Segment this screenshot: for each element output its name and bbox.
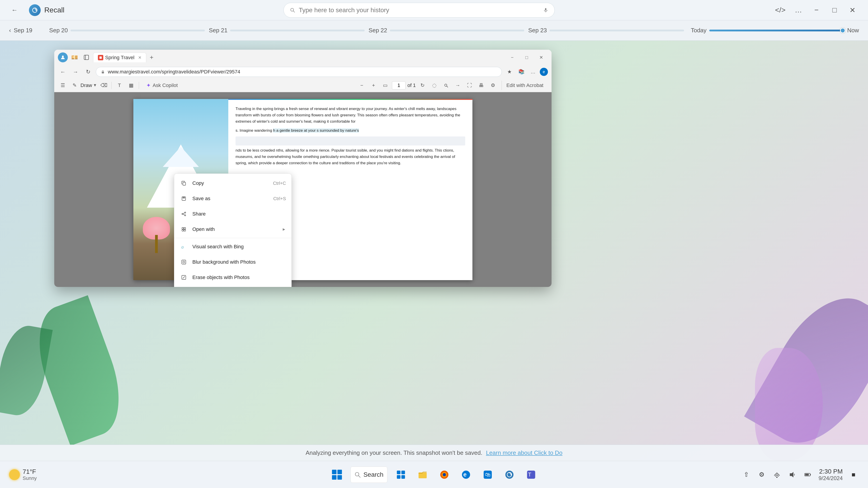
tab-close-button[interactable]: ✕ (138, 55, 142, 60)
taskbar-left: 71°F Sunny (9, 468, 37, 481)
new-tab-button[interactable]: + (147, 53, 156, 62)
edge-icon-button[interactable]: e (540, 68, 548, 76)
pdf-settings-button[interactable]: ⚙ (488, 80, 498, 90)
volume-icon[interactable] (787, 469, 798, 480)
ctx-blur-bg[interactable]: Blur background with Photos (174, 254, 291, 270)
browser-close-button[interactable]: ✕ (534, 53, 548, 62)
pdf-search-button[interactable] (441, 80, 451, 90)
favorites-button[interactable]: ★ (504, 67, 515, 77)
back-button[interactable]: ← (58, 67, 68, 77)
svg-line-3 (293, 11, 295, 12)
share-icon (180, 210, 188, 218)
ctx-visual-search[interactable]: ⌕ Visual search with Bing (174, 239, 291, 254)
pdf-zoom-in-button[interactable]: + (368, 80, 378, 90)
system-tray: ⇧ ⚙ (741, 469, 813, 480)
minimize-recall-button[interactable]: − (810, 4, 823, 17)
ctx-remove-bg[interactable]: Remove background with Paint (174, 285, 291, 287)
tray-expand-button[interactable]: ⇧ (741, 469, 752, 480)
browser-wallet-icon[interactable]: 💴 (70, 53, 80, 62)
ask-copilot-button[interactable]: ✦ Ask Copilot (142, 80, 182, 90)
ctx-separator-1 (174, 238, 291, 238)
edge-button[interactable]: e (458, 466, 474, 483)
open-with-icon (180, 225, 188, 233)
settings-tray-icon[interactable]: ⚙ (756, 469, 767, 480)
pdf-scroll-area[interactable]: Traveling in the spring brings a fresh s… (54, 92, 552, 287)
svg-rect-7 (84, 55, 89, 60)
svg-point-17 (182, 214, 183, 215)
edit-acrobat-button[interactable]: Edit with Acrobat (502, 80, 548, 90)
pdf-eraser-button[interactable]: ⌫ (99, 80, 109, 90)
timeline-bar: ‹ Sep 19 Sep 20 Sep 21 Sep 22 Sep 23 Tod… (0, 20, 868, 41)
ctx-copy[interactable]: Copy Ctrl+C (174, 175, 291, 191)
timeline-today-track (709, 30, 844, 31)
microphone-icon[interactable] (543, 7, 548, 13)
weather-widget: 71°F Sunny (9, 468, 37, 481)
store-icon: 🛍 (483, 470, 493, 480)
more-addr-button[interactable]: … (528, 67, 538, 77)
pdf-content: Traveling in the spring brings a fresh s… (54, 92, 552, 287)
ctx-open-with-label: Open with (192, 226, 277, 232)
learn-more-link[interactable]: Learn more about Click to Do (486, 449, 562, 456)
browser-minimize-button[interactable]: − (505, 53, 519, 62)
pdf-immersive-button[interactable]: ◌ (429, 80, 439, 90)
pdf-zoom-out-button[interactable]: − (357, 80, 367, 90)
timeline-prev[interactable]: ‹ Sep 19 (9, 27, 45, 34)
battery-icon[interactable] (802, 469, 813, 480)
pdf-page-input[interactable] (392, 81, 405, 90)
system-clock[interactable]: 2:30 PM 9/24/2024 (818, 468, 843, 482)
pdf-textselect-button[interactable]: ▦ (126, 80, 136, 90)
network-icon[interactable] (772, 469, 782, 480)
pdf-print-button[interactable]: 🖶 (476, 80, 486, 90)
ctx-erase-objects[interactable]: Erase objects with Photos (174, 270, 291, 285)
clock-time: 2:30 PM (818, 468, 843, 475)
pdf-pencil-button[interactable]: ✎ (70, 80, 80, 90)
timeline-today-label: Today (684, 27, 707, 34)
pdf-list-button[interactable]: ☰ (58, 80, 68, 90)
taskbar-recall-button[interactable] (501, 466, 518, 483)
browser-profile-icon[interactable] (58, 53, 68, 62)
browser-maximize-button[interactable]: □ (520, 53, 533, 62)
address-input[interactable] (108, 69, 497, 75)
recall-logo: Recall (29, 4, 64, 16)
browser-tab-spring-travel[interactable]: Spring Travel ✕ (93, 53, 146, 62)
store-button[interactable]: 🛍 (479, 466, 496, 483)
pdf-fit-button[interactable]: ▭ (380, 80, 390, 90)
pdf-rotate-button[interactable]: ↻ (417, 80, 428, 90)
teams-button[interactable]: T (523, 466, 539, 483)
maximize-recall-button[interactable]: □ (828, 4, 841, 17)
svg-rect-24 (184, 230, 186, 231)
firefox-button[interactable] (436, 466, 452, 483)
clock-date: 9/24/2024 (818, 475, 843, 482)
ctx-open-with-arrow: ► (282, 227, 286, 232)
main-content: 💴 Spring Travel ✕ + (0, 41, 868, 461)
pdf-separator-2 (139, 82, 139, 89)
notifications-button[interactable]: ■ (848, 469, 859, 480)
file-explorer-button[interactable] (414, 466, 431, 483)
pdf-draw-dropdown[interactable]: ▼ (93, 83, 97, 88)
copy-icon (180, 179, 188, 187)
task-view-button[interactable] (393, 466, 409, 483)
taskbar-search-button[interactable]: Search (350, 466, 388, 483)
recall-back-button[interactable]: ← (9, 5, 20, 15)
ctx-save-as[interactable]: Save as Ctrl+S (174, 191, 291, 206)
more-options-button[interactable]: … (792, 4, 805, 17)
svg-point-6 (62, 56, 64, 57)
browser-sidebar-icon[interactable] (81, 53, 91, 62)
tab-label: Spring Travel (105, 55, 134, 61)
recall-search-input[interactable] (299, 6, 539, 14)
forward-button[interactable]: → (70, 67, 81, 77)
refresh-button[interactable]: ↻ (83, 67, 93, 77)
close-recall-button[interactable]: ✕ (846, 4, 859, 17)
svg-rect-26 (182, 260, 186, 264)
code-button[interactable]: </> (774, 4, 786, 17)
read-mode-button[interactable]: 📚 (516, 67, 526, 77)
analyze-bar: Analyzing everything on your screen. Thi… (0, 445, 868, 461)
ctx-erase-label: Erase objects with Photos (192, 274, 286, 281)
start-button[interactable] (329, 466, 345, 483)
pdf-fullscreen-button[interactable]: ⛶ (465, 80, 474, 90)
pdf-highlight-button[interactable]: T (114, 80, 124, 90)
pdf-share-button[interactable]: → (453, 80, 463, 90)
ctx-open-with[interactable]: Open with ► (174, 222, 291, 237)
svg-point-1 (36, 9, 37, 11)
ctx-share[interactable]: Share (174, 206, 291, 222)
